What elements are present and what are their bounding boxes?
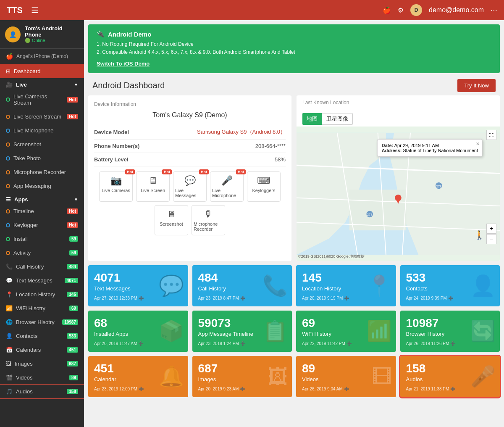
stat-images[interactable]: 687 Images Apr 20, 2019 9:23 AM ➕ 🖼 [192, 356, 292, 397]
icon-cell-screenshot[interactable]: 🖥 Screenshot [155, 205, 188, 235]
loc-icon: 📍 [6, 291, 13, 298]
map-zoom-out-btn[interactable]: − [486, 234, 496, 244]
audios-badge: 158 [67, 389, 78, 394]
sidebar-item-calendars[interactable]: 📅 Calendars 451 [0, 343, 84, 357]
call-badge: 484 [67, 264, 78, 269]
map-tab-satellite[interactable]: 卫星图像 [322, 113, 353, 125]
screenshot-dot [6, 142, 10, 147]
stat-videos[interactable]: 89 Videos Apr 26, 2019 9:04 AM ➕ 🎞 [296, 356, 396, 397]
icon-cell-screen[interactable]: Hot 🖥 Live Screen [136, 171, 170, 202]
stat-wifi-history[interactable]: 69 WiFi History Apr 22, 2019 11:42 PM ➕ … [296, 311, 396, 352]
videos-label: Videos [16, 374, 66, 381]
stat-text-messages[interactable]: 4071 Text Messages Apr 27, 2019 12:38 PM… [88, 265, 188, 306]
audios-icon: 🎵 [6, 388, 13, 395]
appmsg-dot [6, 184, 10, 188]
sidebar-item-images[interactable]: 🖼 Images 687 [0, 357, 84, 371]
sidebar-item-activity[interactable]: Activity 59 [0, 246, 84, 260]
try-it-now-button[interactable]: Try It Now [457, 79, 496, 92]
apps-icon: ☰ [6, 196, 11, 203]
loc-badge: 145 [67, 292, 78, 297]
sidebar-item-text-messages[interactable]: 💬 Text Messages 4071 [0, 274, 84, 287]
stat-calendar[interactable]: 451 Calendar Apr 23, 2019 12:00 PM ➕ 🔔 [88, 356, 188, 397]
feature-icon-grid: Hot 📷 Live Cameras Hot 🖥 Live Screen Hot… [94, 171, 286, 235]
info-row-model: Device Model Samsung Galaxy S9（Android 8… [94, 125, 286, 140]
map-zoom-in-btn[interactable]: + [486, 224, 496, 234]
sidebar-item-screen-stream[interactable]: Live Screen Stream Hot [0, 110, 84, 124]
icon-cell-cameras[interactable]: Hot 📷 Live Cameras [99, 171, 133, 202]
sidebar-item-audios[interactable]: 🎵 Audios 158 [0, 385, 84, 398]
live-mic-hot-badge: Hot [236, 169, 246, 174]
cameras-dot [6, 98, 10, 102]
stat-app-message-timeline[interactable]: 59073 App Message Timeline Apr 23, 2019 … [192, 311, 292, 352]
sidebar-alt-device[interactable]: 🍎 Angel's iPhone (Demo) [0, 49, 84, 64]
user-email: demo@demo.com [429, 6, 484, 14]
device-info-panel: Device Information Tom's Galaxy S9 (Demo… [88, 95, 291, 261]
alert-body: 1. No Rooting Required For Android Devic… [97, 40, 491, 56]
sidebar-device[interactable]: 👤 Tom's Android Phone 🟢 Online [0, 20, 84, 49]
stat-location-history[interactable]: 145 Location History Apr 20, 2019 9:19 P… [296, 265, 396, 306]
map-fullscreen-btn[interactable]: ⛶ [486, 130, 496, 140]
tooltip-close[interactable]: ✕ [476, 141, 480, 147]
live-mic-cell-icon: 🎤 [221, 175, 233, 186]
alert-title: 🔌 Android Demo [97, 30, 491, 38]
images-badge: 687 [67, 361, 78, 366]
msg-badge: 4071 [65, 278, 78, 283]
plug-icon: 🔌 [97, 30, 105, 38]
sidebar-item-mic-recorder[interactable]: Microphone Recorder [0, 165, 84, 179]
sidebar-item-install[interactable]: Install 59 [0, 232, 84, 246]
sidebar-item-screenshot[interactable]: Screenshot [0, 137, 84, 151]
user-avatar: D [410, 4, 422, 16]
sidebar-section-apps[interactable]: ☰ Apps ▼ [0, 193, 84, 204]
icon-cell-live-mic[interactable]: Hot 🎤 Live Microphone [210, 171, 244, 202]
sidebar-item-take-photo[interactable]: Take Photo [0, 151, 84, 165]
keyloggers-cell-label: Keyloggers [252, 188, 275, 193]
stat-contacts[interactable]: 533 Contacts Apr 24, 2019 9:39 PM ➕ 👤 [400, 265, 500, 306]
stat-browser-history[interactable]: 10987 Browser History Apr 26, 2019 11:26… [400, 311, 500, 352]
map-tab-street[interactable]: 地图 [302, 113, 322, 125]
call-hist-icon: 📞 [262, 274, 288, 298]
info-row-phone: Phone Number(s) 208-664-**** [94, 140, 286, 153]
icon-cell-mic-recorder[interactable]: 🎙 Microphone Recorder [192, 205, 225, 235]
mic-recorder-cell-label: Microphone Recorder [194, 221, 223, 232]
stat-audios[interactable]: 158 Audios Apr 21, 2019 11:38 PM ➕ 🎤 [400, 356, 500, 397]
contacts-icon: 👤 [6, 333, 13, 339]
cameras-cell-icon: 📷 [110, 175, 122, 186]
model-value: Samsung Galaxy S9（Android 8.0） [197, 128, 286, 136]
switch-ios-link[interactable]: Switch To iOS Demo [97, 61, 150, 67]
sidebar-item-videos[interactable]: 🎬 Videos 89 [0, 371, 84, 385]
screenshot-label: Screenshot [13, 141, 78, 148]
live-label: Live [16, 82, 27, 88]
stat-call-history[interactable]: 484 Call History Apr 23, 2019 8:47 PM ➕ … [192, 265, 292, 306]
sidebar-item-cameras-stream[interactable]: Live Cameras Stream Hot [0, 90, 84, 110]
main-content: 🔌 Android Demo 1. No Rooting Required Fo… [84, 20, 504, 427]
settings-icon[interactable]: ⚙ [398, 6, 404, 14]
sidebar-item-microphone[interactable]: Live Microphone [0, 124, 84, 137]
share-icon[interactable]: ⋯ [491, 6, 497, 14]
main-layout: 👤 Tom's Android Phone 🟢 Online 🍎 Angel's… [0, 20, 504, 427]
icon-cell-keyloggers[interactable]: ⌨ Keyloggers [247, 171, 281, 202]
sidebar-item-wifi[interactable]: 📶 WiFi Hisotry 69 [0, 301, 84, 315]
sidebar-item-dashboard[interactable]: ⊞ Dashboard [0, 64, 84, 78]
map-container[interactable]: 95 278 278 ✕ Date: Apr 29, 2019 9:11 AM … [297, 127, 500, 261]
screen-cell-icon: 🖥 [148, 175, 158, 186]
nav-icons: 🍎 ⚙ D demo@demo.com ⋯ [383, 4, 497, 16]
sidebar-section-live[interactable]: 🎥 Live ▼ [0, 78, 84, 90]
stats-row-3: 451 Calendar Apr 23, 2019 12:00 PM ➕ 🔔 6… [84, 356, 504, 401]
sidebar-item-timeline[interactable]: Timeline Hot [0, 204, 84, 218]
sidebar-item-call-history[interactable]: 📞 Call Hisotry 484 [0, 260, 84, 274]
stats-row-2: 68 Installed Apps Apr 20, 2019 11:47 AM … [84, 311, 504, 356]
model-link[interactable]: Samsung Galaxy S9（Android 8.0） [197, 129, 286, 135]
sidebar-item-app-messaging[interactable]: App Messaging [0, 179, 84, 193]
sidebar-item-location[interactable]: 📍 Location History 145 [0, 287, 84, 301]
browser-icon: 🌐 [6, 319, 13, 325]
icon-cell-messages[interactable]: Hot 💬 Live Messages [173, 171, 207, 202]
sidebar-item-keylogger[interactable]: Keylogger Hot [0, 218, 84, 232]
sidebar-item-contacts[interactable]: 👤 Contacts 533 [0, 329, 84, 343]
street-view-icon[interactable]: 🚶 [474, 230, 485, 240]
stat-installed-apps[interactable]: 68 Installed Apps Apr 20, 2019 11:47 AM … [88, 311, 188, 352]
images-icon: 🖼 [6, 361, 11, 367]
keyloggers-cell-icon: ⌨ [257, 175, 270, 186]
hamburger-button[interactable]: ☰ [31, 5, 39, 15]
sidebar-item-browser[interactable]: 🌐 Browser Hisotry 10987 [0, 315, 84, 329]
apps-label: Apps [14, 196, 28, 203]
